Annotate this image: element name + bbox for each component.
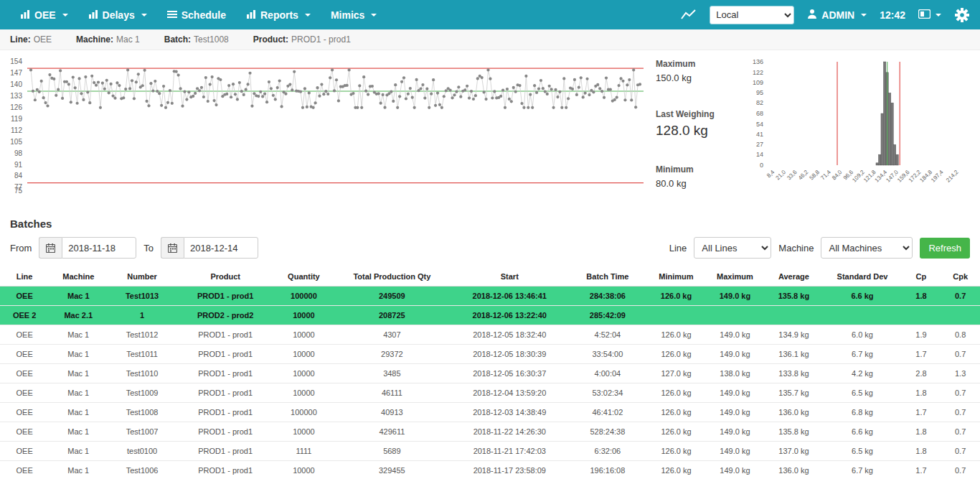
weighing-stats: Maximum 150.0 kg Last Weighing 128.0 kg … — [649, 56, 740, 189]
table-cell: 6.6 kg — [823, 422, 901, 442]
svg-text:126: 126 — [10, 103, 22, 111]
table-cell: OEE 2 — [0, 306, 49, 325]
svg-text:84,0: 84,0 — [831, 169, 844, 182]
svg-text:214,2: 214,2 — [945, 169, 960, 184]
table-cell: 4:00:04 — [568, 364, 646, 383]
column-header-quantity[interactable]: Quantity — [274, 267, 333, 287]
table-cell: 10000 — [274, 383, 333, 403]
to-date-input[interactable] — [184, 237, 258, 259]
table-cell: 0.7 — [941, 422, 980, 442]
table-cell: 149.0 kg — [705, 325, 764, 345]
table-cell: Mac 1 — [49, 461, 108, 479]
column-header-start[interactable]: Start — [451, 267, 568, 287]
table-cell: 40913 — [333, 403, 451, 422]
table-cell: 196:16:08 — [568, 461, 646, 479]
svg-text:91: 91 — [14, 161, 23, 169]
table-cell: 10000 — [274, 306, 333, 325]
stat-last-weighing: Last Weighing 128.0 kg — [656, 109, 740, 139]
table-cell: 2018-12-05 18:32:40 — [451, 325, 568, 345]
column-header-standard-dev[interactable]: Standard Dev — [823, 267, 901, 287]
table-cell: 126.0 kg — [647, 383, 706, 403]
user-icon — [807, 9, 817, 21]
context-value: Test1008 — [194, 34, 229, 45]
server-select[interactable]: Local — [710, 6, 794, 24]
table-cell: OEE — [0, 422, 49, 442]
table-row[interactable]: OEEMac 1Test1013PROD1 - prod110000024950… — [0, 287, 980, 306]
weighings-points — [29, 68, 641, 109]
column-header-minimum[interactable]: Minimum — [647, 267, 706, 287]
table-cell: 1 — [108, 306, 176, 325]
table-cell: 134.9 kg — [764, 325, 823, 345]
table-cell: 4307 — [333, 325, 451, 345]
table-cell: 135.8 kg — [764, 287, 823, 306]
table-cell: Mac 1 — [49, 287, 108, 306]
machine-select[interactable]: All Machines — [821, 237, 913, 259]
table-cell: 136.0 kg — [764, 461, 823, 479]
machine-label: Machine — [778, 243, 814, 254]
table-cell: 1.7 — [902, 461, 941, 479]
table-row[interactable]: OEE 2Mac 2.11PROD2 - prod210000208725201… — [0, 306, 980, 325]
batches-section: Batches From To Line All Lines Machine A… — [0, 218, 980, 479]
table-cell: 138.0 kg — [705, 364, 764, 383]
column-header-machine[interactable]: Machine — [49, 267, 108, 287]
column-header-batch-time[interactable]: Batch Time — [568, 267, 646, 287]
column-header-product[interactable]: Product — [176, 267, 275, 287]
table-cell: 3485 — [333, 364, 451, 383]
table-cell: OEE — [0, 325, 49, 345]
table-cell: 149.0 kg — [705, 461, 764, 479]
table-row[interactable]: OEEMac 1Test1011PROD1 - prod110000293722… — [0, 345, 980, 364]
top-navbar: OEE Delays Schedule Reports Mimics Local — [0, 0, 980, 29]
nav-item-schedule[interactable]: Schedule — [157, 9, 236, 21]
table-cell: 136.1 kg — [764, 345, 823, 364]
context-line: Line:OEE — [10, 34, 52, 45]
svg-text:68: 68 — [756, 110, 763, 117]
control-chart: 1541471401331261191121059891847775 — [3, 56, 649, 203]
refresh-button[interactable]: Refresh — [920, 238, 970, 259]
table-cell: 135.7 kg — [764, 383, 823, 403]
batches-filter-row: From To Line All Lines Machine All Machi… — [0, 237, 980, 267]
column-header-cpk[interactable]: Cpk — [941, 267, 980, 287]
table-cell: Test1009 — [108, 383, 176, 403]
language-menu[interactable] — [918, 9, 941, 22]
nav-item-oee[interactable]: OEE — [10, 9, 78, 21]
table-row[interactable]: OEEMac 1Test1007PROD1 - prod110000429611… — [0, 422, 980, 442]
context-label: Machine: — [76, 34, 113, 45]
table-cell: OEE — [0, 364, 49, 383]
column-header-number[interactable]: Number — [108, 267, 176, 287]
table-row[interactable]: OEEMac 1Test1010PROD1 - prod110000348520… — [0, 364, 980, 383]
nav-right: Local ADMIN 12:42 — [681, 6, 970, 24]
line-select[interactable]: All Lines — [694, 237, 771, 259]
column-header-total-production-qty[interactable]: Total Production Qty — [333, 267, 451, 287]
table-cell: 6.6 kg — [823, 287, 901, 306]
table-cell — [647, 306, 706, 325]
table-cell: 0.8 — [941, 325, 980, 345]
column-header-line[interactable]: Line — [0, 267, 49, 287]
nav-item-mimics[interactable]: Mimics — [321, 9, 387, 21]
table-row[interactable]: OEEMac 1Test1012PROD1 - prod110000430720… — [0, 325, 980, 345]
settings-gear-icon[interactable] — [954, 7, 970, 23]
table-cell: PROD1 - prod1 — [176, 422, 275, 442]
column-header-maximum[interactable]: Maximum — [705, 267, 764, 287]
table-row[interactable]: OEEMac 1test0100PROD1 - prod111115689201… — [0, 442, 980, 461]
context-bar: Line:OEE Machine:Mac 1 Batch:Test1008 Pr… — [0, 29, 980, 50]
nav-item-reports[interactable]: Reports — [236, 9, 321, 21]
nav-item-delays[interactable]: Delays — [78, 9, 157, 21]
calendar-icon[interactable] — [39, 237, 62, 259]
table-cell: 6.8 kg — [823, 403, 901, 422]
table-cell: 1.7 — [902, 345, 941, 364]
schedule-icon — [167, 9, 177, 21]
table-row[interactable]: OEEMac 1Test1008PROD1 - prod110000040913… — [0, 403, 980, 422]
table-cell: 2018-12-03 14:38:49 — [451, 403, 568, 422]
table-cell: 10000 — [274, 325, 333, 345]
table-row[interactable]: OEEMac 1Test1006PROD1 - prod110000329455… — [0, 461, 980, 479]
table-cell: OEE — [0, 345, 49, 364]
line-chart-icon[interactable] — [681, 9, 697, 20]
from-date-input[interactable] — [62, 237, 136, 259]
table-row[interactable]: OEEMac 1Test1009PROD1 - prod110000461112… — [0, 383, 980, 403]
svg-text:54: 54 — [756, 121, 763, 128]
column-header-average[interactable]: Average — [764, 267, 823, 287]
user-menu[interactable]: ADMIN — [807, 9, 867, 21]
column-header-cp[interactable]: Cp — [902, 267, 941, 287]
context-value: OEE — [34, 34, 52, 45]
calendar-icon[interactable] — [161, 237, 184, 259]
